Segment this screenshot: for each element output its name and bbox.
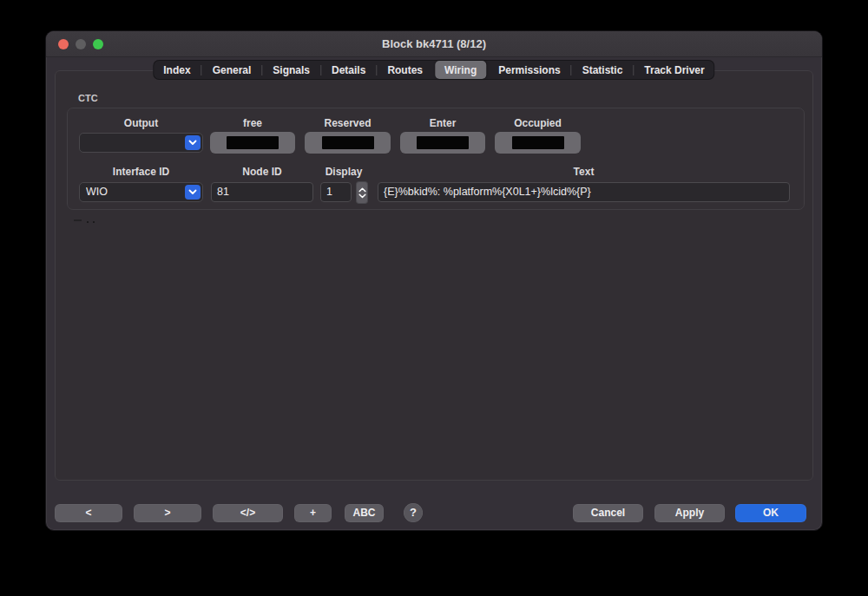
zoom-window-button[interactable] — [93, 39, 103, 49]
colorwell-enter-button[interactable] — [400, 132, 485, 154]
ok-button[interactable]: OK — [735, 504, 806, 522]
free-color-swatch — [227, 136, 279, 149]
output-dropdown[interactable] — [79, 133, 203, 153]
output-dropdown-value — [86, 134, 181, 152]
minimize-window-button[interactable] — [76, 39, 86, 49]
chevron-down-icon — [185, 135, 201, 150]
colorwell-enter-label: Enter — [400, 117, 485, 129]
tab-index[interactable]: Index — [153, 60, 201, 80]
colorwell-reserved-button[interactable] — [305, 132, 391, 154]
close-window-button[interactable] — [58, 39, 69, 49]
colorwell-reserved-label: Reserved — [305, 117, 391, 129]
output-label: Output — [79, 117, 203, 129]
xml-code-button[interactable]: </> — [213, 504, 283, 522]
interface-id-dropdown[interactable]: WIO — [79, 182, 203, 202]
ctc-group-box: Output free Reserved Enter Occupied — [67, 108, 805, 210]
ctc-group-label: CTC — [78, 93, 98, 103]
tab-routes[interactable]: Routes — [377, 60, 433, 80]
interface-id-dropdown-value: WIO — [86, 183, 181, 201]
occupied-color-swatch — [512, 136, 564, 149]
traffic-lights — [58, 39, 103, 49]
add-button[interactable]: + — [294, 504, 332, 522]
display-label: Display — [320, 166, 367, 178]
display-input[interactable]: 1 — [320, 182, 352, 202]
previous-block-button[interactable]: < — [55, 504, 122, 522]
interface-id-label: Interface ID — [79, 166, 203, 178]
tab-signals[interactable]: Signals — [262, 60, 320, 80]
clipped-artifact — [87, 221, 89, 223]
title-bar[interactable]: Block bk4711 (8/12) — [46, 31, 822, 57]
chevron-up-icon — [358, 187, 366, 193]
abc-rename-button[interactable]: ABC — [345, 504, 384, 522]
enter-color-swatch — [417, 136, 469, 149]
chevron-down-icon — [185, 185, 201, 200]
text-label: Text — [378, 166, 790, 178]
next-block-button[interactable]: > — [134, 504, 201, 522]
desktop-background: Block bk4711 (8/12) Index General Signal… — [0, 0, 868, 596]
tab-separator — [433, 65, 434, 75]
clipped-artifact — [74, 219, 82, 221]
display-stepper[interactable] — [356, 181, 368, 204]
block-properties-dialog: Block bk4711 (8/12) Index General Signal… — [45, 30, 823, 531]
tab-wiring[interactable]: Wiring — [435, 61, 486, 79]
tab-permissions[interactable]: Permissions — [488, 60, 570, 80]
text-pattern-input[interactable]: {E}%bkid%: %platform%{X0L1+}%lcid%{P} — [378, 182, 790, 202]
chevron-down-icon — [358, 193, 366, 199]
tab-bar: Index General Signals Details Routes Wir… — [153, 60, 714, 80]
reserved-color-swatch — [322, 136, 374, 149]
tab-general[interactable]: General — [202, 60, 262, 80]
window-title: Block bk4711 (8/12) — [46, 31, 822, 57]
node-id-label: Node ID — [211, 166, 313, 178]
apply-button[interactable]: Apply — [654, 504, 725, 522]
colorwell-occupied-label: Occupied — [495, 117, 581, 129]
tab-details[interactable]: Details — [321, 60, 376, 80]
tab-statistic[interactable]: Statistic — [572, 60, 634, 80]
wiring-tab-panel: CTC Output free Reserved Enter Occupied — [55, 70, 813, 481]
cancel-button[interactable]: Cancel — [573, 504, 643, 522]
colorwell-occupied-button[interactable] — [495, 132, 581, 154]
clipped-artifact — [93, 221, 95, 223]
colorwell-free-label: free — [210, 117, 295, 129]
help-button[interactable]: ? — [404, 503, 423, 522]
node-id-input[interactable]: 81 — [211, 182, 313, 202]
tab-track-driver[interactable]: Track Driver — [634, 60, 714, 80]
colorwell-free-button[interactable] — [210, 132, 295, 154]
